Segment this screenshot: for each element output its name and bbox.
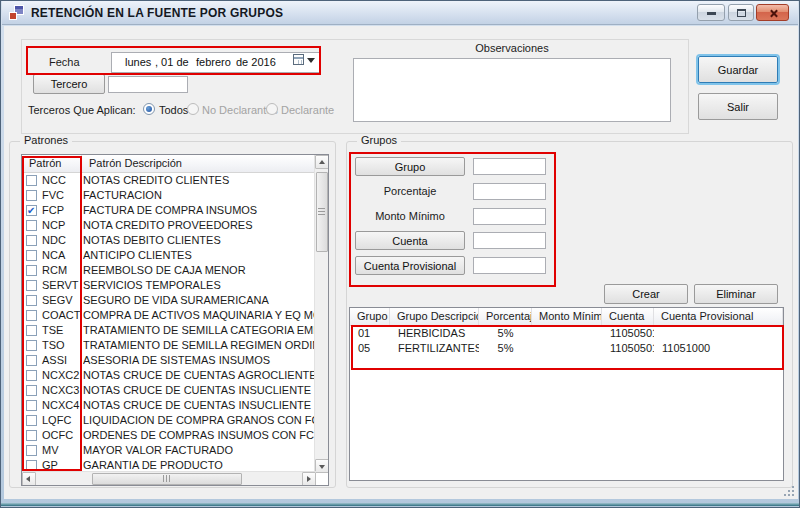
patron-code: NDC (42, 233, 66, 248)
patron-code: ASSI (42, 353, 67, 368)
patron-row[interactable]: LQFC LIQUIDACION DE COMPRA GRANOS CON FC (22, 413, 315, 428)
patrones-col-descripcion[interactable]: Patrón Descripción (82, 155, 315, 173)
patron-checkbox[interactable] (26, 235, 37, 246)
grid-col-porcentaje[interactable]: Porcentaje (479, 308, 532, 326)
patron-row[interactable]: RCM REEMBOLSO DE CAJA MENOR (22, 263, 315, 278)
patron-row[interactable]: NCC NOTAS CREDITO CLIENTES (22, 173, 315, 188)
patron-code: FVC (42, 188, 64, 203)
grupos-grid-header: Grupo Grupo Descripción Porcentaje Monto… (350, 308, 783, 326)
fecha-year: de 2016 (236, 53, 276, 72)
patron-checkbox[interactable] (26, 325, 37, 336)
patron-checkbox[interactable] (26, 385, 37, 396)
salir-button[interactable]: Salir (698, 93, 778, 120)
patron-row[interactable]: MV MAYOR VALOR FACTURADO (22, 443, 315, 458)
patron-checkbox[interactable] (26, 415, 37, 426)
cuenta-provisional-input[interactable] (473, 257, 546, 274)
patron-checkbox[interactable] (26, 280, 37, 291)
hscroll-thumb[interactable] (92, 473, 242, 485)
vscroll-thumb[interactable] (316, 172, 328, 252)
radio-todos-label[interactable]: Todos (159, 104, 188, 116)
title-bar[interactable]: RETENCIÓN EN LA FUENTE POR GRUPOS (2, 1, 798, 25)
scroll-down-button[interactable] (315, 459, 329, 473)
fecha-datepicker[interactable]: lunes , 01 de febrero de 2016 (111, 52, 321, 73)
grid-col-monto-minimo[interactable]: Monto Mínimo (532, 308, 602, 326)
patron-row[interactable]: COACT COMPRA DE ACTIVOS MAQUINARIA Y EQ … (22, 308, 315, 323)
patron-desc: SERVICIOS TEMPORALES (83, 278, 315, 293)
minimize-button[interactable] (697, 4, 725, 21)
patrones-col-patron[interactable]: Patrón (22, 155, 82, 173)
window-title: RETENCIÓN EN LA FUENTE POR GRUPOS (31, 6, 283, 20)
patron-row[interactable]: SERVT SERVICIOS TEMPORALES (22, 278, 315, 293)
patron-row[interactable]: NCA ANTICIPO CLIENTES (22, 248, 315, 263)
grid-row[interactable]: 01 HERBICIDAS 5% 11050501 (350, 326, 783, 341)
tercero-button[interactable]: Tercero (33, 74, 105, 94)
patron-row[interactable]: SEGV SEGURO DE VIDA SURAMERICANA (22, 293, 315, 308)
porcentaje-input[interactable] (473, 183, 546, 200)
grupo-input[interactable] (473, 158, 546, 175)
guardar-button[interactable]: Guardar (698, 56, 778, 83)
observaciones-textarea[interactable] (353, 58, 671, 122)
patron-desc: LIQUIDACION DE COMPRA GRANOS CON FC (83, 413, 315, 428)
chevron-down-icon (307, 58, 315, 63)
radio-todos[interactable] (143, 103, 155, 115)
close-button[interactable] (756, 4, 789, 21)
maximize-button[interactable] (728, 4, 754, 21)
patron-checkbox[interactable] (26, 370, 37, 381)
calendar-icon (293, 54, 304, 65)
scroll-up-button[interactable] (315, 155, 329, 169)
patron-row[interactable]: NDC NOTAS DEBITO CLIENTES (22, 233, 315, 248)
grid-col-grupo-descripcion[interactable]: Grupo Descripción (390, 308, 479, 326)
scroll-left-button[interactable] (22, 472, 36, 486)
crear-button[interactable]: Crear (604, 284, 688, 304)
patron-checkbox[interactable] (26, 400, 37, 411)
grupo-button[interactable]: Grupo (355, 157, 465, 176)
monto-minimo-input[interactable] (473, 208, 546, 225)
patron-row[interactable]: FCP FACTURA DE COMPRA INSUMOS (22, 203, 315, 218)
tercero-input[interactable] (108, 76, 188, 93)
patrones-rows: NCC NOTAS CREDITO CLIENTES FVC FACTURACI… (22, 173, 315, 473)
patron-checkbox[interactable] (26, 205, 37, 216)
patron-row[interactable]: NCXC2 NOTAS CRUCE DE CUENTAS AGROCLIENTE… (22, 368, 315, 383)
patron-checkbox[interactable] (26, 220, 37, 231)
patron-row[interactable]: FVC FACTURACION (22, 188, 315, 203)
patron-row[interactable]: TSE TRATAMIENTO DE SEMILLA CATEGORIA EMP… (22, 323, 315, 338)
scroll-right-button[interactable] (302, 472, 316, 486)
patron-checkbox[interactable] (26, 460, 37, 471)
patron-row[interactable]: TSO TRATAMIENTO DE SEMILLA REGIMEN ORDIN… (22, 338, 315, 353)
patron-desc: ASESORIA DE SISTEMAS INSUMOS (83, 353, 315, 368)
radio-declarante[interactable] (266, 103, 278, 115)
patron-checkbox[interactable] (26, 190, 37, 201)
patron-checkbox[interactable] (26, 340, 37, 351)
patron-row[interactable]: ASSI ASESORIA DE SISTEMAS INSUMOS (22, 353, 315, 368)
patron-checkbox[interactable] (26, 310, 37, 321)
grid-col-cuenta-provisional[interactable]: Cuenta Provisional (654, 308, 783, 326)
patron-checkbox[interactable] (26, 430, 37, 441)
eliminar-button[interactable]: Eliminar (694, 284, 778, 304)
patron-row[interactable]: OCFC ORDENES DE COMPRAS INSUMOS CON FC (22, 428, 315, 443)
fecha-dropdown-button[interactable] (293, 53, 317, 66)
grid-row[interactable]: 05 FERTILIZANTES 5% 11050501 11051000 (350, 341, 783, 356)
patron-code: COACT (42, 308, 81, 323)
grid-cell-monto-minimo (532, 326, 602, 341)
patron-row[interactable]: NCXC3 NOTAS CRUCE DE CUENTAS INSUCLIENTE… (22, 383, 315, 398)
arrow-left-icon (26, 476, 30, 482)
patrones-hscrollbar[interactable] (22, 471, 316, 485)
radio-no-declarantes[interactable] (187, 103, 199, 115)
patron-checkbox[interactable] (26, 175, 37, 186)
cuenta-button[interactable]: Cuenta (355, 231, 465, 250)
patron-checkbox[interactable] (26, 295, 37, 306)
cuenta-input[interactable] (473, 232, 546, 249)
patron-checkbox[interactable] (26, 265, 37, 276)
patron-row[interactable]: NCXC4 NOTAS CRUCE DE CUENTAS INSUCLIENTE… (22, 398, 315, 413)
radio-declarante-label[interactable]: Declarante (281, 104, 334, 116)
patron-row[interactable]: NCP NOTA CREDITO PROVEEDORES (22, 218, 315, 233)
resize-grip[interactable] (784, 486, 795, 497)
cuenta-provisional-button[interactable]: Cuenta Provisional (355, 256, 465, 275)
patron-checkbox[interactable] (26, 355, 37, 366)
patrones-vscrollbar[interactable] (314, 155, 328, 473)
grid-col-cuenta[interactable]: Cuenta (602, 308, 654, 326)
client-area: Fecha lunes , 01 de febrero de 2016 Terc… (4, 26, 798, 499)
patron-checkbox[interactable] (26, 445, 37, 456)
grid-col-grupo[interactable]: Grupo (350, 308, 390, 326)
patron-checkbox[interactable] (26, 250, 37, 261)
